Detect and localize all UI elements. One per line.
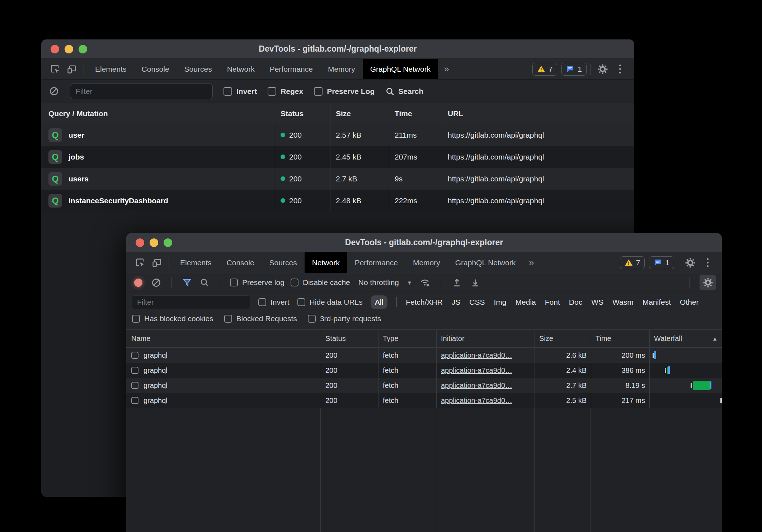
column-header-type[interactable]: Type <box>378 330 436 347</box>
invert-checkbox[interactable] <box>224 87 232 96</box>
type-filter-font[interactable]: Font <box>545 298 560 307</box>
query-row[interactable]: Qusers 200 2.7 kB 9s https://gitlab.com/… <box>41 168 634 190</box>
row-checkbox[interactable] <box>131 352 138 359</box>
request-row[interactable]: graphql 200 fetch application-a7ca9d0… 2… <box>126 378 722 393</box>
network-conditions-button[interactable] <box>418 275 431 290</box>
type-filter-doc[interactable]: Doc <box>569 298 582 307</box>
type-filter-all[interactable]: All <box>371 295 387 309</box>
regex-checkbox[interactable] <box>268 87 276 96</box>
minimize-button[interactable] <box>65 45 73 53</box>
hide-data-urls-checkbox-group[interactable]: Hide data URLs <box>297 298 363 307</box>
invert-checkbox-group[interactable]: Invert <box>224 87 257 96</box>
settings-button[interactable] <box>682 255 699 271</box>
row-checkbox[interactable] <box>131 382 138 389</box>
device-toolbar-icon[interactable] <box>149 256 165 270</box>
zoom-button[interactable] <box>79 45 87 53</box>
import-har-button[interactable] <box>451 275 463 290</box>
initiator-link[interactable]: application-a7ca9d0… <box>441 381 512 390</box>
row-checkbox[interactable] <box>131 367 138 374</box>
request-row[interactable]: graphql 200 fetch application-a7ca9d0… 2… <box>126 363 722 378</box>
record-button[interactable] <box>134 279 142 287</box>
tab-memory[interactable]: Memory <box>405 252 448 273</box>
preserve-log-checkbox-group[interactable]: Preserve log <box>230 278 284 287</box>
disable-cache-checkbox-group[interactable]: Disable cache <box>291 278 350 287</box>
close-button[interactable] <box>51 45 59 53</box>
zoom-button[interactable] <box>164 238 172 247</box>
tab-network[interactable]: Network <box>220 59 262 79</box>
column-header-query-mutation[interactable]: Query / Mutation <box>41 103 275 124</box>
type-filter-media[interactable]: Media <box>516 298 536 307</box>
tab-performance[interactable]: Performance <box>347 252 405 273</box>
column-header-size[interactable]: Size <box>330 103 389 124</box>
type-filter-css[interactable]: CSS <box>469 298 485 307</box>
preserve-log-checkbox-group[interactable]: Preserve Log <box>314 87 375 96</box>
tab-elements[interactable]: Elements <box>88 59 134 79</box>
hide-data-urls-checkbox[interactable] <box>297 298 305 306</box>
column-header-url[interactable]: URL <box>442 103 634 124</box>
warnings-badge[interactable]: 7 <box>620 256 645 269</box>
settings-button[interactable] <box>594 61 611 77</box>
more-options-button[interactable] <box>611 61 629 77</box>
type-filter-js[interactable]: JS <box>452 298 461 307</box>
type-filter-manifest[interactable]: Manifest <box>643 298 671 307</box>
tab-console[interactable]: Console <box>134 59 177 79</box>
filter-input[interactable] <box>70 84 213 99</box>
initiator-link[interactable]: application-a7ca9d0… <box>441 351 512 360</box>
messages-badge[interactable]: 1 <box>649 256 674 269</box>
tab-elements[interactable]: Elements <box>173 252 219 273</box>
type-filter-wasm[interactable]: Wasm <box>612 298 634 307</box>
filter-toggle-button[interactable] <box>181 275 193 290</box>
third-party-requests-checkbox-group[interactable]: 3rd-party requests <box>308 314 381 323</box>
query-row[interactable]: Quser 200 2.57 kB 211ms https://gitlab.c… <box>41 124 634 146</box>
regex-checkbox-group[interactable]: Regex <box>268 87 303 96</box>
search-button[interactable] <box>199 275 210 290</box>
row-checkbox[interactable] <box>131 397 138 404</box>
blocked-requests-checkbox[interactable] <box>224 315 232 323</box>
third-party-requests-checkbox[interactable] <box>308 315 316 323</box>
tab-performance[interactable]: Performance <box>262 59 320 79</box>
tab-network[interactable]: Network <box>305 252 347 273</box>
column-header-initiator[interactable]: Initiator <box>436 330 535 347</box>
column-header-status[interactable]: Status <box>275 103 330 124</box>
close-button[interactable] <box>136 238 144 247</box>
messages-badge[interactable]: 1 <box>561 63 587 76</box>
column-header-status[interactable]: Status <box>321 330 378 347</box>
query-row[interactable]: QinstanceSecurityDashboard 200 2.48 kB 2… <box>41 190 634 212</box>
column-header-waterfall[interactable]: Waterfall ▲ <box>649 330 722 347</box>
filter-input[interactable] <box>132 295 250 309</box>
type-filter-ws[interactable]: WS <box>591 298 603 307</box>
more-options-button[interactable] <box>699 255 716 271</box>
clear-button[interactable] <box>151 275 161 290</box>
column-header-name[interactable]: Name <box>126 330 321 347</box>
column-header-time[interactable]: Time <box>591 330 649 347</box>
disable-cache-checkbox[interactable] <box>291 279 298 286</box>
export-har-button[interactable] <box>469 275 481 290</box>
tab-memory[interactable]: Memory <box>320 59 363 79</box>
has-blocked-cookies-checkbox-group[interactable]: Has blocked cookies <box>132 314 213 323</box>
type-filter-other[interactable]: Other <box>680 298 699 307</box>
initiator-link[interactable]: application-a7ca9d0… <box>441 366 512 375</box>
more-tabs-button[interactable]: » <box>523 257 540 268</box>
minimize-button[interactable] <box>150 238 158 247</box>
request-row[interactable]: graphql 200 fetch application-a7ca9d0… 2… <box>126 348 722 363</box>
inspect-icon[interactable] <box>47 62 64 76</box>
tab-sources[interactable]: Sources <box>177 59 220 79</box>
type-filter-img[interactable]: Img <box>494 298 507 307</box>
preserve-log-checkbox[interactable] <box>230 279 238 286</box>
network-settings-button[interactable] <box>700 275 716 290</box>
inspect-icon[interactable] <box>132 256 149 270</box>
has-blocked-cookies-checkbox[interactable] <box>132 315 140 323</box>
tab-sources[interactable]: Sources <box>262 252 305 273</box>
column-header-size[interactable]: Size <box>535 330 591 347</box>
query-row[interactable]: Qjobs 200 2.45 kB 207ms https://gitlab.c… <box>41 146 634 168</box>
initiator-link[interactable]: application-a7ca9d0… <box>441 396 512 405</box>
blocked-requests-checkbox-group[interactable]: Blocked Requests <box>224 314 297 323</box>
search-button[interactable]: Search <box>385 87 423 96</box>
type-filter-fetch-xhr[interactable]: Fetch/XHR <box>406 298 443 307</box>
device-toolbar-icon[interactable] <box>64 62 80 76</box>
tab-graphql-network[interactable]: GraphQL Network <box>448 252 523 273</box>
more-tabs-button[interactable]: » <box>438 63 455 75</box>
column-header-time[interactable]: Time <box>389 103 442 124</box>
tab-console[interactable]: Console <box>219 252 262 273</box>
invert-checkbox-group[interactable]: Invert <box>258 298 290 307</box>
